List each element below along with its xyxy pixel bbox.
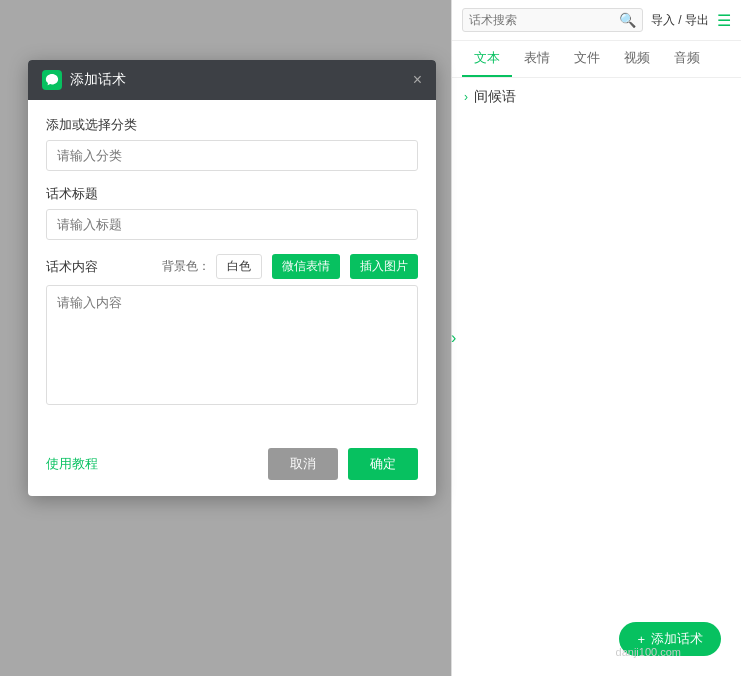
tab-emoji[interactable]: 表情 <box>512 41 562 77</box>
modal-body: 添加或选择分类 话术标题 话术内容 背景色： 白色 微信表情 插入图片 <box>28 100 436 438</box>
tab-bar: 文本 表情 文件 视频 音频 <box>452 41 741 78</box>
emoji-button[interactable]: 微信表情 <box>272 254 340 279</box>
tab-audio[interactable]: 音频 <box>662 41 712 77</box>
add-icon: + <box>637 632 645 647</box>
right-panel: 🔍 导入 / 导出 ☰ 文本 表情 文件 视频 音频 › 间候语 + 添加话术 … <box>451 0 741 676</box>
watermark: danji100.com <box>616 646 681 658</box>
search-box[interactable]: 🔍 <box>462 8 643 32</box>
modal-header-left: 添加话术 <box>42 70 126 90</box>
search-input[interactable] <box>469 13 619 27</box>
footer-buttons: 取消 确定 <box>268 448 418 480</box>
category-arrow-icon: › <box>464 90 468 104</box>
search-icon: 🔍 <box>619 12 636 28</box>
modal-footer: 使用教程 取消 确定 <box>28 438 436 496</box>
right-panel-header: 🔍 导入 / 导出 ☰ <box>452 0 741 41</box>
tab-video[interactable]: 视频 <box>612 41 662 77</box>
bg-color-selector[interactable]: 白色 <box>216 254 262 279</box>
modal-close-button[interactable]: × <box>413 72 422 88</box>
content-row: 话术内容 背景色： 白色 微信表情 插入图片 <box>46 254 418 279</box>
tab-text[interactable]: 文本 <box>462 41 512 77</box>
content-textarea[interactable] <box>46 285 418 405</box>
modal-icon <box>42 70 62 90</box>
category-row[interactable]: › 间候语 <box>452 78 741 116</box>
bg-color-label: 背景色： <box>162 258 210 275</box>
tab-file[interactable]: 文件 <box>562 41 612 77</box>
confirm-button[interactable]: 确定 <box>348 448 418 480</box>
panel-toggle-arrow[interactable]: › <box>451 329 456 347</box>
add-huashu-modal: 添加话术 × 添加或选择分类 话术标题 话术内容 背景色： 白色 微信表情 插入… <box>28 60 436 496</box>
modal-header: 添加话术 × <box>28 60 436 100</box>
insert-image-button[interactable]: 插入图片 <box>350 254 418 279</box>
category-label: 间候语 <box>474 88 516 106</box>
modal-title: 添加话术 <box>70 71 126 89</box>
import-export-btn[interactable]: 导入 / 导出 <box>651 12 709 29</box>
content-section-label: 话术内容 <box>46 258 98 276</box>
bg-color-section: 背景色： 白色 <box>162 254 262 279</box>
cancel-button[interactable]: 取消 <box>268 448 338 480</box>
category-input[interactable] <box>46 140 418 171</box>
title-input[interactable] <box>46 209 418 240</box>
more-icon[interactable]: ☰ <box>717 11 731 30</box>
chat-icon <box>45 73 59 87</box>
tutorial-link[interactable]: 使用教程 <box>46 455 98 473</box>
title-section-label: 话术标题 <box>46 185 418 203</box>
category-section-label: 添加或选择分类 <box>46 116 418 134</box>
